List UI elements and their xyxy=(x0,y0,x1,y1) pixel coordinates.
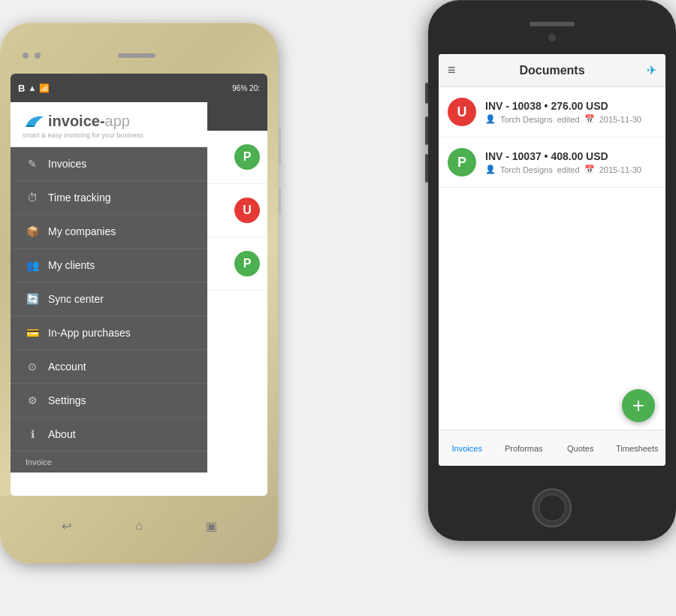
android-nav-bar: ↩ ⌂ ▣ xyxy=(0,496,278,563)
android-power-button xyxy=(278,188,281,214)
documents-list: U INV - 10038 • 276.00 USD 👤 Torch Desig… xyxy=(439,87,665,188)
iphone: ≡ Documents ✈ U INV - 10038 • 276.00 USD xyxy=(428,0,676,541)
iphone-top xyxy=(428,0,676,54)
doc-badge-2: P xyxy=(448,148,476,177)
sync-icon: 🔄 xyxy=(26,293,39,305)
android-volume-button xyxy=(278,128,281,165)
clients-icon: 👥 xyxy=(26,259,39,271)
document-item-1[interactable]: U INV - 10038 • 276.00 USD 👤 Torch Desig… xyxy=(439,87,665,137)
header-plane-icon[interactable]: ✈ xyxy=(647,63,656,77)
android-wifi-icon: 📶 xyxy=(39,83,50,93)
calendar-icon-2: 📅 xyxy=(584,165,595,174)
purchases-icon: 💳 xyxy=(26,327,39,339)
iphone-vol-up-button xyxy=(425,116,428,145)
doc-info-2: INV - 10037 • 408.00 USD 👤 Torch Designs… xyxy=(485,150,656,174)
doc-badge-letter-2: P xyxy=(457,155,466,171)
doc-company-1: Torch Designs xyxy=(500,115,553,124)
badge-p-2: P xyxy=(234,251,260,276)
doc-date-2: 2015-11-30 xyxy=(599,165,641,174)
companies-icon: 📦 xyxy=(26,225,39,237)
iphone-home-inner xyxy=(539,494,566,521)
doc-badge-1: U xyxy=(448,98,476,126)
logo-app: app xyxy=(105,113,130,130)
document-item-2[interactable]: P INV - 10037 • 408.00 USD 👤 Torch Desig… xyxy=(439,137,665,188)
menu-item-purchases-label: In-App purchases xyxy=(48,327,131,339)
tab-quotes[interactable]: Quotes xyxy=(552,444,609,453)
tab-invoices[interactable]: Invoices xyxy=(439,444,496,453)
invoices-icon: ✎ xyxy=(26,158,39,170)
menu-item-settings-label: Settings xyxy=(48,394,86,406)
doc-amount-2: 408.00 USD xyxy=(551,150,608,162)
tab-proformas[interactable]: Proformas xyxy=(496,444,553,453)
menu-item-about-label: About xyxy=(48,428,76,440)
tab-timesheets-label: Timesheets xyxy=(616,444,658,453)
android-bg-item-1: P xyxy=(207,131,267,184)
badge-u: U xyxy=(234,198,260,223)
iphone-app-header: ≡ Documents ✈ xyxy=(439,54,665,87)
android-bg-header xyxy=(207,102,267,131)
iphone-mute-button xyxy=(425,83,428,104)
logo-invoice: invoice xyxy=(48,113,100,130)
tab-timesheets[interactable]: Timesheets xyxy=(609,444,666,453)
android-battery: 96% xyxy=(232,84,247,92)
doc-amount-1: 276.00 USD xyxy=(551,100,608,112)
menu-item-account-label: Account xyxy=(48,361,86,373)
badge-p-1: P xyxy=(234,144,260,170)
logo-tagline: smart & easy invoicing for your business xyxy=(23,131,143,139)
doc-meta-2: 👤 Torch Designs edited 📅 2015-11-30 xyxy=(485,165,656,174)
android-bg-item-2: U xyxy=(207,184,267,237)
android-statusbar-right: 96% 20: xyxy=(232,84,260,92)
about-icon: ℹ xyxy=(26,428,39,440)
calendar-icon-1: 📅 xyxy=(584,114,595,124)
logo-dash: - xyxy=(100,113,105,130)
android-recent-button[interactable]: ▣ xyxy=(200,514,224,538)
iphone-speaker xyxy=(530,22,575,26)
doc-inv-num-1: INV - 10038 xyxy=(485,100,542,112)
logo-text: invoice-app xyxy=(23,113,130,130)
menu-item-sync-label: Sync center xyxy=(48,293,104,305)
doc-inv-num-2: INV - 10037 xyxy=(485,150,542,162)
doc-action-2: edited xyxy=(557,165,580,174)
android-bg-item-3: P xyxy=(207,237,267,291)
iphone-tab-bar: Invoices Proformas Quotes Timesheets xyxy=(439,430,665,466)
account-icon: ⊙ xyxy=(26,361,39,373)
tab-quotes-label: Quotes xyxy=(567,444,593,453)
android-time: 20: xyxy=(249,84,260,92)
menu-item-companies-label: My companies xyxy=(48,225,116,237)
android-content: invoice-app smart & easy invoicing for y… xyxy=(11,102,267,496)
android-screen: B ▲ 📶 96% 20: xyxy=(11,74,267,496)
android-camera-dot1 xyxy=(23,53,29,59)
add-document-fab[interactable]: + xyxy=(622,389,655,422)
doc-company-2: Torch Designs xyxy=(500,165,553,174)
android-status-b: B xyxy=(18,83,25,94)
iphone-camera xyxy=(548,34,556,41)
iphone-home-button[interactable] xyxy=(533,488,572,527)
iphone-screen: ≡ Documents ✈ U INV - 10038 • 276.00 USD xyxy=(439,54,665,466)
android-back-button[interactable]: ↩ xyxy=(54,514,78,538)
android-home-button[interactable]: ⌂ xyxy=(127,514,151,538)
android-top-area xyxy=(0,23,278,74)
logo-wing-icon xyxy=(23,113,47,130)
hamburger-icon[interactable]: ≡ xyxy=(448,62,456,78)
person-icon-2: 👤 xyxy=(485,165,496,174)
doc-badge-letter-1: U xyxy=(457,104,467,120)
doc-title-1: INV - 10038 • 276.00 USD xyxy=(485,100,656,112)
menu-item-invoices-label: Invoices xyxy=(48,158,86,170)
android-phone: B ▲ 📶 96% 20: xyxy=(0,23,278,563)
settings-icon: ⚙ xyxy=(26,394,39,406)
menu-item-time-label: Time tracking xyxy=(48,192,111,204)
doc-title-2: INV - 10037 • 408.00 USD xyxy=(485,150,656,162)
doc-info-1: INV - 10038 • 276.00 USD 👤 Torch Designs… xyxy=(485,100,656,124)
documents-title: Documents xyxy=(519,64,584,77)
menu-item-clients-label: My clients xyxy=(48,259,95,271)
android-cameras xyxy=(23,53,41,59)
android-bg-page: P U P xyxy=(207,102,267,496)
doc-action-1: edited xyxy=(557,115,580,124)
time-icon: ⏱ xyxy=(26,192,39,204)
person-icon-1: 👤 xyxy=(485,114,496,124)
tab-invoices-label: Invoices xyxy=(452,444,482,453)
doc-date-1: 2015-11-30 xyxy=(599,115,641,124)
tab-proformas-label: Proformas xyxy=(505,444,543,453)
doc-meta-1: 👤 Torch Designs edited 📅 2015-11-30 xyxy=(485,114,656,124)
iphone-vol-down-button xyxy=(425,154,428,183)
